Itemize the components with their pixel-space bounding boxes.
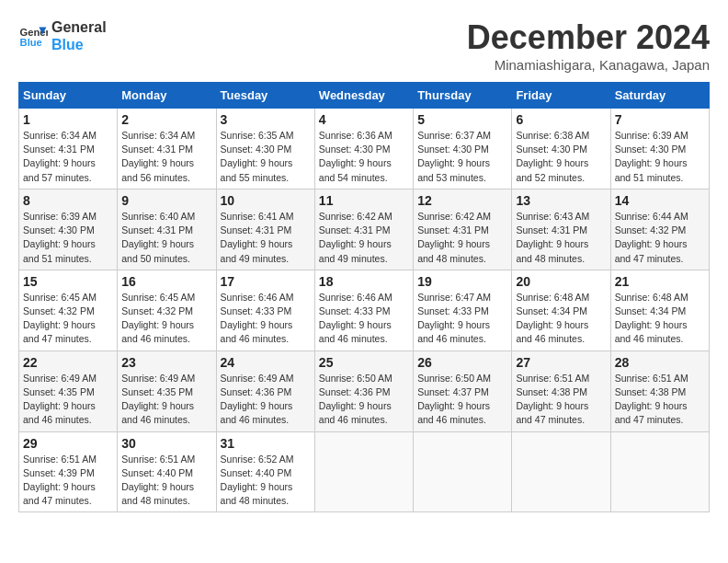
day-number: 14 [615, 193, 705, 208]
day-number: 13 [516, 193, 606, 208]
col-header-sunday: Sunday [19, 83, 118, 109]
calendar-cell: 5Sunrise: 6:37 AMSunset: 4:30 PMDaylight… [414, 109, 512, 190]
day-number: 9 [121, 193, 211, 208]
day-number: 11 [319, 193, 409, 208]
day-info: Sunrise: 6:34 AMSunset: 4:31 PMDaylight:… [121, 129, 211, 185]
calendar-cell: 12Sunrise: 6:42 AMSunset: 4:31 PMDayligh… [414, 189, 512, 270]
day-number: 21 [615, 274, 705, 289]
calendar-table: SundayMondayTuesdayWednesdayThursdayFrid… [18, 82, 710, 512]
calendar-cell: 21Sunrise: 6:48 AMSunset: 4:34 PMDayligh… [610, 270, 709, 350]
day-info: Sunrise: 6:42 AMSunset: 4:31 PMDaylight:… [417, 210, 507, 266]
day-number: 1 [23, 112, 113, 127]
day-info: Sunrise: 6:48 AMSunset: 4:34 PMDaylight:… [615, 291, 705, 347]
day-info: Sunrise: 6:51 AMSunset: 4:38 PMDaylight:… [615, 372, 705, 428]
col-header-thursday: Thursday [414, 83, 512, 109]
logo: General Blue General Blue [18, 18, 107, 53]
calendar-cell: 23Sunrise: 6:49 AMSunset: 4:35 PMDayligh… [118, 350, 216, 431]
calendar-cell [414, 431, 512, 512]
calendar-cell [314, 431, 413, 512]
calendar-cell [512, 431, 610, 512]
day-info: Sunrise: 6:41 AMSunset: 4:31 PMDaylight:… [221, 210, 311, 266]
day-number: 30 [121, 436, 211, 451]
day-info: Sunrise: 6:48 AMSunset: 4:34 PMDaylight:… [516, 291, 606, 347]
calendar-cell: 20Sunrise: 6:48 AMSunset: 4:34 PMDayligh… [512, 270, 610, 350]
calendar-cell: 6Sunrise: 6:38 AMSunset: 4:30 PMDaylight… [512, 109, 610, 190]
day-number: 17 [221, 274, 311, 289]
calendar-header-row: SundayMondayTuesdayWednesdayThursdayFrid… [19, 83, 710, 109]
day-info: Sunrise: 6:51 AMSunset: 4:39 PMDaylight:… [23, 453, 113, 509]
calendar-week-2: 8Sunrise: 6:39 AMSunset: 4:30 PMDaylight… [19, 189, 710, 270]
calendar-cell: 26Sunrise: 6:50 AMSunset: 4:37 PMDayligh… [414, 350, 512, 431]
day-info: Sunrise: 6:49 AMSunset: 4:35 PMDaylight:… [23, 372, 113, 428]
day-number: 6 [516, 112, 606, 127]
day-info: Sunrise: 6:44 AMSunset: 4:32 PMDaylight:… [615, 210, 705, 266]
col-header-wednesday: Wednesday [314, 83, 413, 109]
day-info: Sunrise: 6:45 AMSunset: 4:32 PMDaylight:… [121, 291, 211, 347]
day-number: 15 [23, 274, 113, 289]
day-info: Sunrise: 6:45 AMSunset: 4:32 PMDaylight:… [23, 291, 113, 347]
col-header-friday: Friday [512, 83, 610, 109]
calendar-cell: 29Sunrise: 6:51 AMSunset: 4:39 PMDayligh… [19, 431, 118, 512]
day-info: Sunrise: 6:39 AMSunset: 4:30 PMDaylight:… [615, 129, 705, 185]
location: Minamiashigara, Kanagawa, Japan [467, 57, 710, 73]
day-number: 19 [417, 274, 507, 289]
day-info: Sunrise: 6:46 AMSunset: 4:33 PMDaylight:… [221, 291, 311, 347]
calendar-cell: 31Sunrise: 6:52 AMSunset: 4:40 PMDayligh… [216, 431, 314, 512]
day-number: 20 [516, 274, 606, 289]
calendar-week-3: 15Sunrise: 6:45 AMSunset: 4:32 PMDayligh… [19, 270, 710, 350]
day-info: Sunrise: 6:38 AMSunset: 4:30 PMDaylight:… [516, 129, 606, 185]
calendar-cell: 10Sunrise: 6:41 AMSunset: 4:31 PMDayligh… [216, 189, 314, 270]
day-info: Sunrise: 6:36 AMSunset: 4:30 PMDaylight:… [319, 129, 409, 185]
month-title: December 2024 [467, 18, 710, 57]
day-number: 10 [221, 193, 311, 208]
day-info: Sunrise: 6:52 AMSunset: 4:40 PMDaylight:… [221, 453, 311, 509]
day-number: 16 [121, 274, 211, 289]
calendar-cell: 3Sunrise: 6:35 AMSunset: 4:30 PMDaylight… [216, 109, 314, 190]
logo-line2: Blue [51, 36, 107, 53]
day-number: 3 [221, 112, 311, 127]
col-header-saturday: Saturday [610, 83, 709, 109]
calendar-cell: 2Sunrise: 6:34 AMSunset: 4:31 PMDaylight… [118, 109, 216, 190]
day-info: Sunrise: 6:51 AMSunset: 4:40 PMDaylight:… [121, 453, 211, 509]
calendar-week-5: 29Sunrise: 6:51 AMSunset: 4:39 PMDayligh… [19, 431, 710, 512]
day-info: Sunrise: 6:51 AMSunset: 4:38 PMDaylight:… [516, 372, 606, 428]
day-number: 29 [23, 436, 113, 451]
day-info: Sunrise: 6:47 AMSunset: 4:33 PMDaylight:… [417, 291, 507, 347]
day-info: Sunrise: 6:49 AMSunset: 4:36 PMDaylight:… [221, 372, 311, 428]
day-info: Sunrise: 6:39 AMSunset: 4:30 PMDaylight:… [23, 210, 113, 266]
day-number: 23 [121, 355, 211, 370]
day-number: 31 [221, 436, 311, 451]
calendar-cell: 8Sunrise: 6:39 AMSunset: 4:30 PMDaylight… [19, 189, 118, 270]
title-block: December 2024 Minamiashigara, Kanagawa, … [467, 18, 710, 73]
calendar-cell: 30Sunrise: 6:51 AMSunset: 4:40 PMDayligh… [118, 431, 216, 512]
day-info: Sunrise: 6:50 AMSunset: 4:37 PMDaylight:… [417, 372, 507, 428]
calendar-cell: 28Sunrise: 6:51 AMSunset: 4:38 PMDayligh… [610, 350, 709, 431]
logo-line1: General [51, 18, 107, 36]
calendar-week-1: 1Sunrise: 6:34 AMSunset: 4:31 PMDaylight… [19, 109, 710, 190]
day-number: 26 [417, 355, 507, 370]
calendar-cell: 11Sunrise: 6:42 AMSunset: 4:31 PMDayligh… [314, 189, 413, 270]
day-info: Sunrise: 6:46 AMSunset: 4:33 PMDaylight:… [319, 291, 409, 347]
day-number: 24 [221, 355, 311, 370]
svg-text:Blue: Blue [20, 37, 42, 48]
calendar-cell: 27Sunrise: 6:51 AMSunset: 4:38 PMDayligh… [512, 350, 610, 431]
calendar-week-4: 22Sunrise: 6:49 AMSunset: 4:35 PMDayligh… [19, 350, 710, 431]
day-info: Sunrise: 6:40 AMSunset: 4:31 PMDaylight:… [121, 210, 211, 266]
col-header-tuesday: Tuesday [216, 83, 314, 109]
day-info: Sunrise: 6:50 AMSunset: 4:36 PMDaylight:… [319, 372, 409, 428]
calendar-cell: 16Sunrise: 6:45 AMSunset: 4:32 PMDayligh… [118, 270, 216, 350]
day-info: Sunrise: 6:37 AMSunset: 4:30 PMDaylight:… [417, 129, 507, 185]
day-info: Sunrise: 6:49 AMSunset: 4:35 PMDaylight:… [121, 372, 211, 428]
calendar-cell: 7Sunrise: 6:39 AMSunset: 4:30 PMDaylight… [610, 109, 709, 190]
day-number: 12 [417, 193, 507, 208]
day-number: 22 [23, 355, 113, 370]
day-number: 7 [615, 112, 705, 127]
calendar-cell: 25Sunrise: 6:50 AMSunset: 4:36 PMDayligh… [314, 350, 413, 431]
day-number: 27 [516, 355, 606, 370]
day-number: 28 [615, 355, 705, 370]
calendar-cell: 17Sunrise: 6:46 AMSunset: 4:33 PMDayligh… [216, 270, 314, 350]
calendar-cell: 24Sunrise: 6:49 AMSunset: 4:36 PMDayligh… [216, 350, 314, 431]
calendar-cell: 13Sunrise: 6:43 AMSunset: 4:31 PMDayligh… [512, 189, 610, 270]
day-number: 18 [319, 274, 409, 289]
col-header-monday: Monday [118, 83, 216, 109]
